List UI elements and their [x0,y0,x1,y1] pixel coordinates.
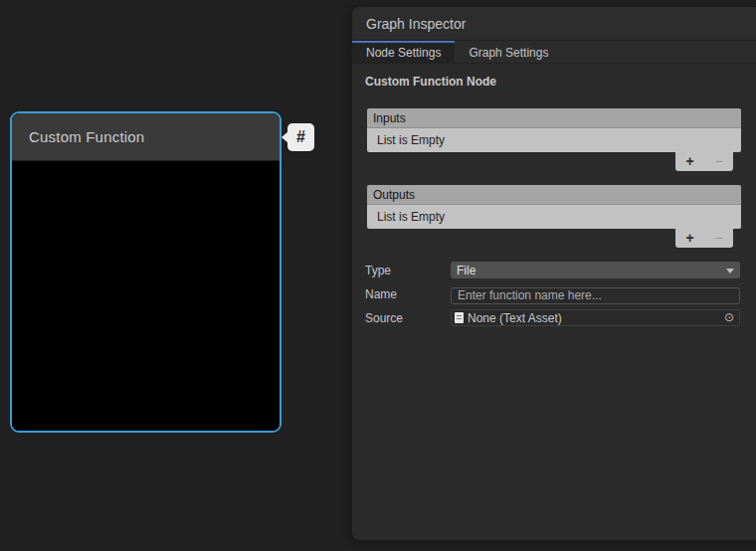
source-object-field[interactable]: None (Text Asset) ⊙ [451,309,740,326]
type-dropdown[interactable]: File [451,262,740,278]
remove-output-button[interactable]: − [707,230,731,247]
add-output-button[interactable]: + [678,230,702,247]
outputs-list: Outputs List is Empty + − [367,185,741,250]
node-settings-heading: Custom Function Node [365,75,756,90]
tab-node-settings[interactable]: Node Settings [352,41,455,63]
chevron-down-icon [726,269,734,274]
tab-label: Graph Settings [469,46,548,60]
custom-function-node[interactable]: Custom Function [10,111,282,433]
inputs-list: Inputs List is Empty + − [367,108,741,173]
inputs-list-header: Inputs [367,108,741,128]
node-settings-form: Type File Name Source None (Text Asset) … [352,262,756,326]
name-label: Name [365,287,451,301]
outputs-list-title: Outputs [373,188,415,202]
tab-label: Node Settings [366,46,441,60]
empty-text: List is Empty [377,133,445,147]
text-asset-icon [455,312,464,323]
hash-icon: # [296,128,305,146]
source-label: Source [365,311,451,325]
panel-title: Graph Inspector [366,16,466,32]
outputs-empty-row: List is Empty [367,205,741,229]
outputs-list-header: Outputs [367,185,741,205]
function-name-input[interactable] [451,287,740,304]
node-header[interactable]: Custom Function [12,113,280,161]
type-row: Type File [365,262,740,278]
inputs-list-footer: + − [367,152,741,173]
node-hash-badge[interactable]: # [287,123,314,151]
inputs-list-title: Inputs [373,111,406,125]
type-value: File [457,264,475,277]
add-input-button[interactable]: + [678,153,702,170]
empty-text: List is Empty [377,210,445,224]
object-picker-icon[interactable]: ⊙ [722,310,736,325]
inputs-empty-row: List is Empty [367,128,741,152]
source-value: None (Text Asset) [468,311,722,325]
outputs-list-footer: + − [367,229,741,250]
name-row: Name [365,285,740,302]
node-preview [12,161,280,433]
panel-header[interactable]: Graph Inspector [352,7,756,41]
node-title: Custom Function [29,128,144,145]
source-row: Source None (Text Asset) ⊙ [365,309,740,326]
type-label: Type [365,264,451,277]
tab-graph-settings[interactable]: Graph Settings [455,41,562,63]
graph-inspector-panel: Graph Inspector Node Settings Graph Sett… [351,6,756,541]
inspector-tabbar: Node Settings Graph Settings [352,41,756,64]
remove-input-button[interactable]: − [707,153,731,170]
